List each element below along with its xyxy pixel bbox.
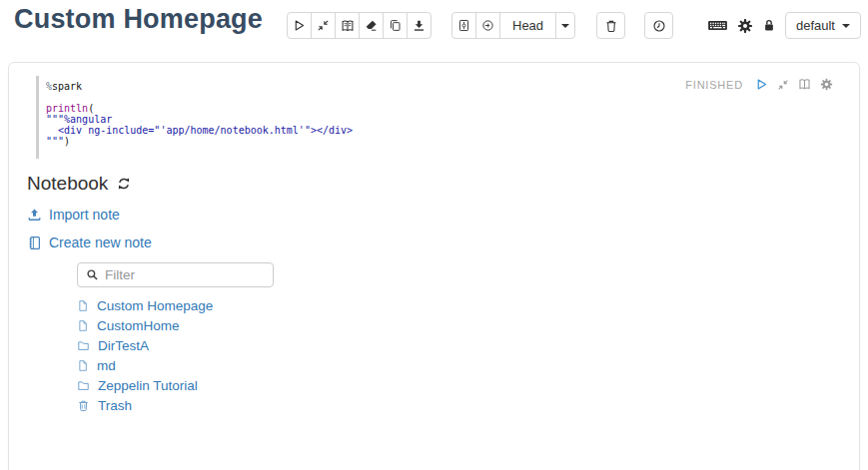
keyboard-shortcuts-button[interactable] xyxy=(707,18,728,33)
revision-circle-arrow-icon xyxy=(481,19,494,32)
refresh-icon xyxy=(117,177,131,191)
caret-down-icon xyxy=(561,24,569,28)
clear-output-button[interactable] xyxy=(359,12,384,39)
code-line: println( xyxy=(46,103,859,114)
trash-icon xyxy=(77,399,90,412)
note-list-trash[interactable]: Trash xyxy=(77,395,132,415)
run-all-paragraphs-button[interactable] xyxy=(287,12,312,39)
code-line: """) xyxy=(46,136,859,147)
paragraph-controls: FINISHED xyxy=(685,78,833,91)
interpreter-settings-dropdown[interactable]: default xyxy=(785,12,861,39)
caret-down-icon xyxy=(842,24,850,28)
revision-label: Head xyxy=(512,18,543,33)
note-filter-input[interactable] xyxy=(105,267,265,282)
note-list-folder[interactable]: Zeppelin Tutorial xyxy=(77,375,198,395)
play-icon xyxy=(293,19,306,32)
clock-icon xyxy=(652,19,666,33)
toggle-output-button[interactable] xyxy=(798,78,811,91)
revision-dropdown[interactable]: Head xyxy=(499,12,556,39)
paragraph-status: FINISHED xyxy=(685,79,743,91)
clone-icon xyxy=(389,19,402,32)
file-icon xyxy=(77,299,89,312)
upload-icon xyxy=(27,208,42,223)
notebook-heading-label: Notebook xyxy=(27,173,108,195)
note-action-toolbar xyxy=(287,12,432,39)
note-list-folder[interactable]: DirTestA xyxy=(77,335,149,355)
lock-icon xyxy=(762,18,776,33)
note-list-item-label: DirTestA xyxy=(98,338,149,353)
version-control-toolbar: Head xyxy=(451,12,575,39)
import-note-link[interactable]: Import note xyxy=(27,207,120,223)
code-line: <div ng-include="'app/home/notebook.html… xyxy=(46,125,859,136)
run-paragraph-button[interactable] xyxy=(755,78,768,91)
trash-icon xyxy=(604,19,618,33)
create-new-note-label: Create new note xyxy=(49,235,152,250)
show-hide-output-button[interactable] xyxy=(335,12,360,39)
note-header: Custom Homepage xyxy=(0,0,868,58)
gear-icon xyxy=(820,78,833,91)
eraser-icon xyxy=(365,19,378,32)
compress-icon xyxy=(317,19,330,32)
export-note-button[interactable] xyxy=(407,12,432,39)
note-list-item-label: Custom Homepage xyxy=(97,298,213,313)
code-line xyxy=(46,92,859,103)
show-hide-code-button[interactable] xyxy=(311,12,336,39)
paragraph-settings-button[interactable] xyxy=(820,78,833,91)
note-list-item[interactable]: md xyxy=(77,355,116,375)
notebook-heading: Notebook xyxy=(27,173,859,195)
folder-icon xyxy=(77,379,90,392)
interpreter-settings-label: default xyxy=(796,18,835,33)
note-body: FINISHED %spark println( """%angular xyxy=(8,62,860,470)
file-icon xyxy=(77,359,89,372)
commit-button[interactable] xyxy=(451,12,476,39)
set-revision-button[interactable] xyxy=(475,12,500,39)
interpreter-binding-button[interactable] xyxy=(737,18,753,34)
note-list-item-label: Zeppelin Tutorial xyxy=(98,378,198,393)
reload-notes-button[interactable] xyxy=(117,177,131,191)
note-list: Custom Homepage CustomHome DirTestA md xyxy=(77,295,859,415)
note-list-item-label: Trash xyxy=(98,398,132,413)
notebook-icon xyxy=(27,235,42,250)
download-icon xyxy=(413,19,426,32)
play-icon xyxy=(755,78,768,91)
file-icon xyxy=(77,319,89,332)
run-scheduler-button[interactable] xyxy=(644,12,673,39)
compress-icon xyxy=(777,79,789,91)
note-filter-box xyxy=(77,262,274,287)
notebook-home-output: Notebook Import note Create new note xyxy=(27,173,859,415)
keyboard-icon xyxy=(707,18,728,33)
toggle-editor-button[interactable] xyxy=(777,79,789,91)
search-icon xyxy=(86,268,99,281)
book-icon xyxy=(798,78,811,91)
folder-icon xyxy=(77,339,90,352)
note-list-item-label: CustomHome xyxy=(97,318,180,333)
import-note-label: Import note xyxy=(49,207,120,223)
commit-file-icon xyxy=(457,19,470,32)
note-list-item[interactable]: CustomHome xyxy=(77,315,180,335)
gear-icon xyxy=(737,18,753,34)
create-new-note-link[interactable]: Create new note xyxy=(27,235,152,250)
header-right-cluster: default xyxy=(707,12,861,39)
book-icon xyxy=(341,19,355,33)
note-permissions-button[interactable] xyxy=(762,18,776,33)
note-list-item[interactable]: Custom Homepage xyxy=(77,295,213,315)
note-list-item-label: md xyxy=(97,358,116,373)
clone-note-button[interactable] xyxy=(383,12,408,39)
remove-note-button[interactable] xyxy=(596,12,625,39)
revision-dropdown-toggle[interactable] xyxy=(555,12,575,39)
code-line: """%angular xyxy=(46,114,859,125)
note-title[interactable]: Custom Homepage xyxy=(14,4,263,35)
